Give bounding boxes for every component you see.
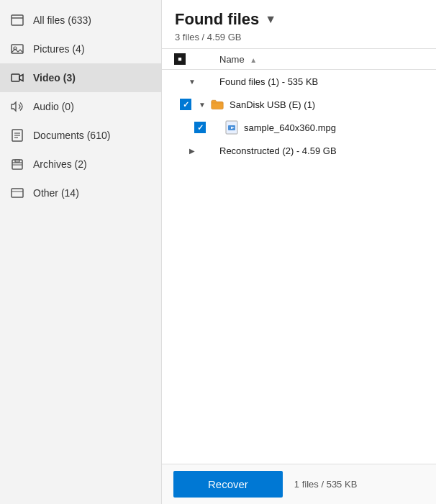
recover-button[interactable]: Recover	[173, 471, 283, 498]
sample-file-checkbox[interactable]	[194, 122, 206, 133]
row-icon	[199, 73, 215, 89]
sidebar-item-archives[interactable]: Archives (2)	[0, 150, 161, 179]
main-header: Found files ▼ 3 files / 4.59 GB	[162, 0, 436, 49]
video-icon	[10, 71, 24, 85]
row-label: sample_640x360.mpg	[244, 122, 432, 133]
sidebar-label-pictures: Pictures (4)	[33, 43, 85, 55]
tree-row[interactable]: ▼ SanDisk USB (E) (1)	[162, 93, 436, 116]
svg-rect-2	[12, 45, 23, 53]
archives-icon	[10, 157, 24, 171]
sidebar-item-documents[interactable]: Documents (610)	[0, 121, 161, 150]
row-label: SanDisk USB (E) (1)	[230, 99, 432, 110]
sort-arrow-icon: ▲	[250, 56, 257, 64]
video-file-icon	[224, 120, 240, 135]
main-content: Found files ▼ 3 files / 4.59 GB Name ▲	[162, 0, 436, 504]
svg-rect-13	[12, 189, 23, 197]
page-title: Found files	[175, 10, 259, 29]
all-files-icon	[10, 13, 24, 27]
row-label: Reconstructed (2) - 4.59 GB	[219, 145, 432, 156]
bottom-bar: Recover 1 files / 535 KB	[162, 464, 436, 504]
expand-icon[interactable]: ▼	[185, 78, 199, 86]
recovery-info: 1 files / 535 KB	[294, 479, 357, 490]
header-checkbox-cell	[169, 53, 191, 65]
row-checkbox-cell[interactable]	[191, 122, 209, 133]
header-checkbox[interactable]	[174, 53, 186, 65]
svg-rect-12	[15, 160, 19, 162]
pictures-icon	[10, 42, 24, 56]
row-checkbox-cell[interactable]	[176, 99, 195, 110]
svg-rect-4	[12, 74, 19, 81]
sidebar-label-other: Other (14)	[33, 187, 79, 199]
expand-icon[interactable]: ▼	[195, 101, 209, 109]
tree-row[interactable]: ▼ Found files (1) - 535 KB	[162, 70, 436, 93]
documents-icon	[10, 128, 24, 143]
folder-icon	[209, 96, 225, 112]
sidebar-item-pictures[interactable]: Pictures (4)	[0, 35, 161, 63]
sidebar-item-video[interactable]: Video (3)	[0, 63, 161, 92]
sidebar-label-audio: Audio (0)	[33, 101, 74, 112]
other-icon	[10, 186, 24, 200]
sidebar-label-all-files: All files (633)	[33, 14, 91, 26]
tree-row[interactable]: ▶ Reconstructed (2) - 4.59 GB	[162, 139, 436, 162]
title-dropdown-icon[interactable]: ▼	[265, 13, 276, 26]
sidebar-item-audio[interactable]: Audio (0)	[0, 92, 161, 121]
sidebar-item-other[interactable]: Other (14)	[0, 179, 161, 207]
row-label: Found files (1) - 535 KB	[219, 76, 432, 87]
tree-header-name: Name ▲	[219, 54, 429, 65]
expand-icon[interactable]: ▶	[185, 147, 199, 155]
row-icon	[199, 143, 215, 158]
file-tree: Name ▲ ▼ Found files (1) - 535 KB ▼	[162, 49, 436, 464]
file-summary: 3 files / 4.59 GB	[175, 32, 423, 42]
svg-rect-0	[12, 15, 23, 25]
tree-header-row: Name ▲	[162, 49, 436, 70]
sidebar-item-all-files[interactable]: All files (633)	[0, 6, 161, 35]
sidebar-label-documents: Documents (610)	[33, 130, 110, 141]
sidebar-label-video: Video (3)	[33, 72, 76, 84]
audio-icon	[10, 99, 24, 114]
tree-row[interactable]: sample_640x360.mpg	[162, 116, 436, 139]
sidebar-label-archives: Archives (2)	[33, 158, 87, 170]
sidebar: All files (633) Pictures (4) Video (3)	[0, 0, 162, 504]
sandisk-checkbox[interactable]	[180, 99, 191, 110]
